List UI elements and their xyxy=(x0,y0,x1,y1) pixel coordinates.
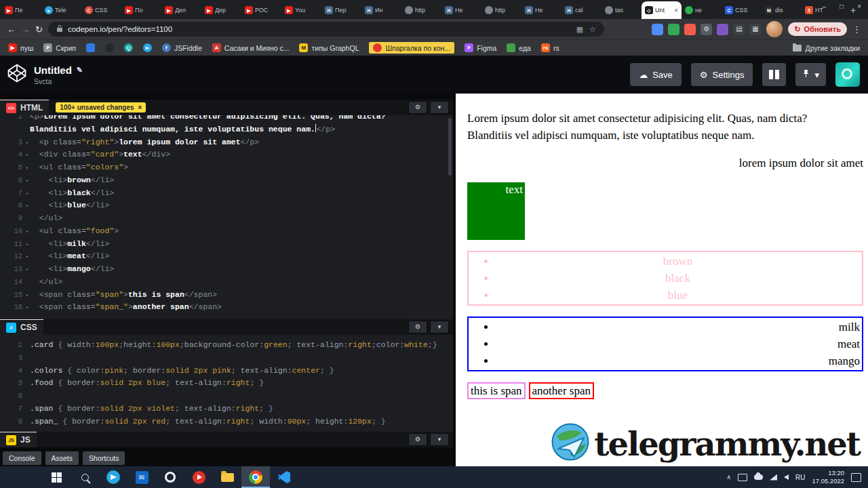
minimize-icon[interactable]: – xyxy=(823,3,827,10)
extension-icon[interactable] xyxy=(717,24,728,35)
extension-icon[interactable] xyxy=(652,24,663,35)
browser-tab[interactable]: не xyxy=(682,1,722,19)
html-editor-collapse-icon[interactable]: ▾ xyxy=(430,101,449,114)
code-line[interactable]: 11 <li>milk</li> xyxy=(0,238,453,251)
codepen-logo[interactable] xyxy=(7,63,27,86)
code-line[interactable]: 2.card { width:100px;height:100px;backgr… xyxy=(0,339,453,352)
update-chrome-button[interactable]: ↻ Обновить xyxy=(788,22,847,36)
maximize-icon[interactable]: □ xyxy=(840,3,844,10)
browser-tab[interactable]: ◇Unt× xyxy=(642,1,682,19)
js-editor-collapse-icon[interactable]: ▾ xyxy=(430,433,449,446)
bookmark-item[interactable]: Mтипы GraphQL xyxy=(299,43,359,52)
code-line[interactable]: 7.span { border:solid 2px violet; text-a… xyxy=(0,403,453,415)
tray-expand-icon[interactable]: ∧ xyxy=(726,474,731,481)
code-line[interactable]: 10 <ul class="food"> xyxy=(0,225,453,238)
bookmark-item[interactable] xyxy=(105,43,114,52)
code-line[interactable]: 15 <span class="span">this is span</span… xyxy=(0,289,453,302)
browser-tab[interactable]: ▶По xyxy=(121,1,161,19)
taskbar-telegram[interactable] xyxy=(99,466,127,488)
bookmark-item[interactable]: rsrs xyxy=(541,43,559,52)
extension-icon[interactable]: ▦ xyxy=(749,24,761,35)
browser-tab[interactable]: HИн xyxy=(361,1,401,19)
assets-button[interactable]: Assets xyxy=(45,451,79,465)
forward-icon[interactable]: → xyxy=(21,25,30,34)
bookmark-item[interactable]: ▸ xyxy=(143,43,152,52)
browser-tab[interactable]: Hcal xyxy=(561,1,601,19)
taskbar-app[interactable] xyxy=(156,466,184,488)
browser-tab[interactable]: ▶РОС xyxy=(241,1,281,19)
bookmark-item[interactable]: PСкрип xyxy=(43,43,76,52)
code-line[interactable]: 5 <ul class="colors"> xyxy=(0,161,453,174)
code-line[interactable]: 6 <li>brown</li> xyxy=(0,174,453,187)
unsaved-changes-badge[interactable]: 100+ unsaved changes × xyxy=(56,102,146,113)
taskbar-youtube[interactable] xyxy=(184,466,213,488)
bookmark-item[interactable]: FFigma xyxy=(465,43,496,52)
user-avatar[interactable] xyxy=(835,62,860,87)
shortcuts-button[interactable]: Shortcuts xyxy=(83,451,125,465)
js-editor-settings-icon[interactable]: ⚙ xyxy=(408,433,427,446)
bookmark-item[interactable]: еда xyxy=(507,43,531,52)
code-line[interactable]: 8 <li>blue</li> xyxy=(0,199,453,212)
browser-tab[interactable]: http xyxy=(481,1,521,19)
code-line[interactable]: 2<p>Lorem ipsum dolor sit amet consectet… xyxy=(0,115,453,123)
menu-kebab-icon[interactable]: ⋮ xyxy=(852,25,861,34)
code-line[interactable]: 16 <span class="span_">another span</spa… xyxy=(0,301,453,314)
tab-close-icon[interactable]: × xyxy=(674,7,678,14)
volume-tray-icon[interactable] xyxy=(784,474,789,480)
code-line[interactable]: 6 xyxy=(0,390,453,403)
html-editor-scrollbar[interactable] xyxy=(448,118,452,314)
browser-tab[interactable]: Mdis xyxy=(762,1,802,19)
badge-close-icon[interactable]: × xyxy=(138,104,142,111)
code-line[interactable]: 5.food { border:solid 2px blue; text-ali… xyxy=(0,377,453,390)
code-line[interactable]: 4 <div class="card">text</div> xyxy=(0,148,453,161)
taskbar-explorer[interactable] xyxy=(213,466,241,488)
display-tray-icon[interactable] xyxy=(738,474,747,481)
code-line[interactable]: 14 </ul> xyxy=(0,276,453,289)
code-line[interactable]: 7 <li>black</li> xyxy=(0,187,453,200)
css-editor-collapse-icon[interactable]: ▾ xyxy=(430,321,449,333)
extension-icon[interactable] xyxy=(668,24,679,35)
browser-tab[interactable]: http xyxy=(401,1,441,19)
taskbar-mail[interactable]: ✉ xyxy=(127,466,156,488)
bookmark-item[interactable]: fJSFiddle xyxy=(162,43,202,52)
bookmark-item[interactable] xyxy=(86,43,95,52)
extension-icon[interactable] xyxy=(684,24,696,35)
close-icon[interactable]: × xyxy=(857,3,861,10)
save-button[interactable]: ☁ Save xyxy=(630,63,682,86)
html-editor-tab[interactable]: </> HTML xyxy=(0,100,49,115)
layout-button[interactable] xyxy=(762,63,786,86)
browser-tab[interactable]: ▶Пе xyxy=(1,1,41,19)
taskbar-chrome[interactable] xyxy=(241,466,270,488)
code-line[interactable]: 8.span_ { border:solid 2px red; text-ali… xyxy=(0,415,453,428)
browser-tab[interactable]: ▸Tele xyxy=(41,1,81,19)
html-code-editor[interactable]: 2<p>Lorem ipsum dolor sit amet consectet… xyxy=(0,115,453,319)
browser-tab[interactable]: ▶You xyxy=(281,1,321,19)
start-button[interactable] xyxy=(42,466,71,488)
js-editor-tab[interactable]: JS JS xyxy=(0,432,37,447)
code-line[interactable]: 12 <li>meat</li> xyxy=(0,250,453,263)
bookmark-item[interactable]: Шпаргалка по кон... xyxy=(369,42,454,54)
browser-tab[interactable]: HНе xyxy=(521,1,561,19)
network-tray-icon[interactable] xyxy=(770,474,777,481)
onedrive-tray-icon[interactable] xyxy=(754,474,763,480)
other-bookmarks[interactable]: Другие закладки xyxy=(793,44,860,52)
bookmark-item[interactable]: AСасаки и Мияно с... xyxy=(212,43,290,52)
pen-author[interactable]: Svcta xyxy=(34,77,83,85)
edit-title-icon[interactable]: ✎ xyxy=(77,66,83,75)
html-editor-settings-icon[interactable]: ⚙ xyxy=(408,101,427,114)
code-line[interactable]: 4.colors { color:pink; border:solid 2px … xyxy=(0,365,453,378)
extension-icon[interactable]: ⚙ xyxy=(701,24,712,35)
back-icon[interactable]: ← xyxy=(7,25,16,34)
bookmark-item[interactable]: ▶пуш xyxy=(8,43,33,52)
browser-tab[interactable]: HНе xyxy=(441,1,481,19)
css-editor-settings-icon[interactable]: ⚙ xyxy=(408,321,427,333)
browser-tab[interactable]: CCSS xyxy=(722,1,762,19)
media-icon[interactable]: ▦ xyxy=(576,25,583,34)
bookmark-item[interactable]: Q xyxy=(124,43,133,52)
browser-tab[interactable]: HПер xyxy=(321,1,361,19)
code-line[interactable]: 3 <p class="right">lorem ipsum dolor sit… xyxy=(0,136,453,149)
code-line[interactable]: Blanditiis vel adipisci numquam, iste vo… xyxy=(0,123,453,136)
console-button[interactable]: Console xyxy=(3,451,41,465)
pin-button[interactable]: ▾ xyxy=(795,63,826,86)
browser-tab[interactable]: ▶Дер xyxy=(201,1,241,19)
